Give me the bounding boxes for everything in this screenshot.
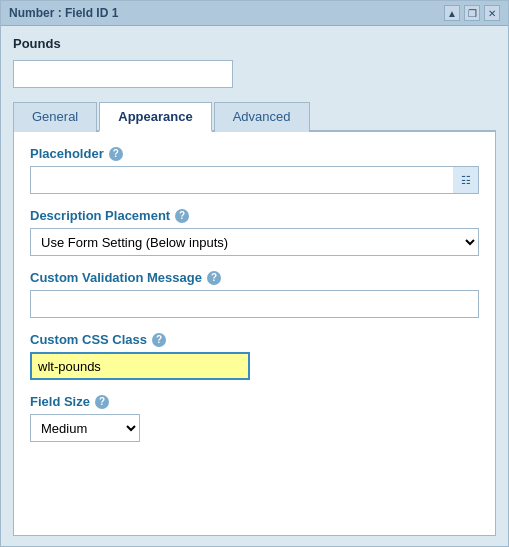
title-bar: Number : Field ID 1 ▲ ❐ ✕ <box>1 1 508 26</box>
custom-validation-label: Custom Validation Message ? <box>30 270 479 285</box>
custom-css-input[interactable] <box>30 352 250 380</box>
field-size-help-icon[interactable]: ? <box>95 395 109 409</box>
title-bar-controls: ▲ ❐ ✕ <box>444 5 500 21</box>
tab-appearance[interactable]: Appearance <box>99 102 211 132</box>
custom-validation-group: Custom Validation Message ? <box>30 270 479 318</box>
placeholder-side-button[interactable]: ☷ <box>453 166 479 194</box>
description-placement-select[interactable]: Use Form Setting (Below inputs) Above in… <box>30 228 479 256</box>
custom-css-label: Custom CSS Class ? <box>30 332 479 347</box>
window: Number : Field ID 1 ▲ ❐ ✕ Pounds General <box>0 0 509 547</box>
expand-icon: ❐ <box>468 8 477 19</box>
placeholder-group: Placeholder ? ☷ <box>30 146 479 194</box>
expand-button[interactable]: ❐ <box>464 5 480 21</box>
collapse-icon: ▲ <box>447 8 457 19</box>
placeholder-help-icon[interactable]: ? <box>109 147 123 161</box>
placeholder-label: Placeholder ? <box>30 146 479 161</box>
placeholder-input[interactable] <box>30 166 479 194</box>
close-button[interactable]: ✕ <box>484 5 500 21</box>
tab-content-appearance: Placeholder ? ☷ Description Placement ? <box>13 132 496 536</box>
field-size-group: Field Size ? Small Medium Large <box>30 394 479 442</box>
tab-advanced[interactable]: Advanced <box>214 102 310 132</box>
custom-validation-input[interactable] <box>30 290 479 318</box>
placeholder-input-wrapper: ☷ <box>30 166 479 194</box>
field-name-input[interactable] <box>13 60 233 88</box>
window-body: Pounds General Appearance Advanced <box>1 26 508 546</box>
field-name-group: Pounds <box>13 36 496 88</box>
custom-css-group: Custom CSS Class ? <box>30 332 479 380</box>
description-placement-label: Description Placement ? <box>30 208 479 223</box>
field-size-label: Field Size ? <box>30 394 479 409</box>
field-size-select[interactable]: Small Medium Large <box>30 414 140 442</box>
window-title: Number : Field ID 1 <box>9 6 118 20</box>
description-placement-help-icon[interactable]: ? <box>175 209 189 223</box>
tab-general[interactable]: General <box>13 102 97 132</box>
field-name-label: Pounds <box>13 36 496 51</box>
tabs-row: General Appearance Advanced <box>13 100 496 132</box>
custom-validation-help-icon[interactable]: ? <box>207 271 221 285</box>
custom-css-help-icon[interactable]: ? <box>152 333 166 347</box>
description-placement-group: Description Placement ? Use Form Setting… <box>30 208 479 256</box>
placeholder-side-icon: ☷ <box>461 174 471 187</box>
collapse-button[interactable]: ▲ <box>444 5 460 21</box>
close-icon: ✕ <box>488 8 496 19</box>
